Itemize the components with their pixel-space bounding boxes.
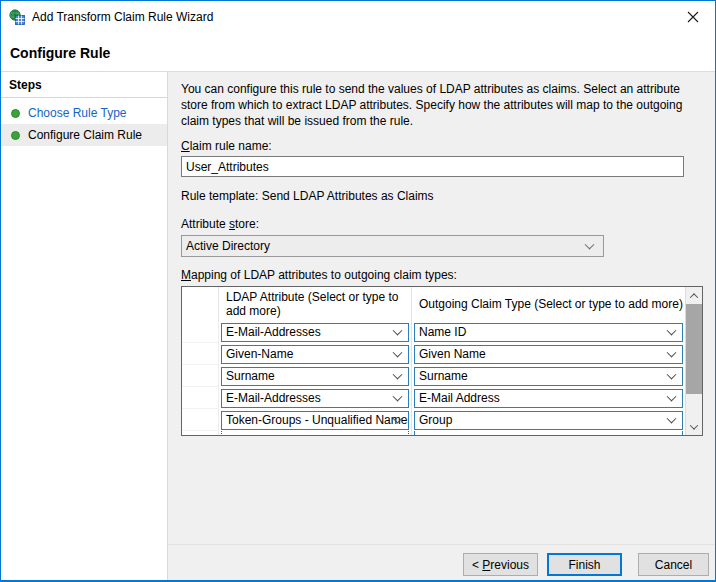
outgoing-claim-select-4[interactable]: E-Mail Address	[414, 389, 683, 408]
step-complete-icon	[11, 109, 20, 118]
attribute-store-label: Attribute store:	[181, 217, 715, 231]
row-selector[interactable]	[182, 365, 219, 387]
chevron-down-icon	[667, 348, 677, 358]
scroll-up-button[interactable]	[686, 287, 702, 304]
table-row: Surname Surname	[182, 365, 685, 387]
outgoing-claim-select-3[interactable]: Surname	[414, 367, 683, 386]
row-selector[interactable]	[182, 431, 219, 435]
titlebar: Add Transform Claim Rule Wizard	[1, 1, 715, 32]
row-selector-header	[182, 287, 219, 321]
ldap-attribute-select-3[interactable]: Surname	[221, 367, 409, 386]
chevron-down-icon	[667, 392, 677, 402]
row-selector[interactable]	[182, 321, 219, 343]
ldap-attribute-select-5[interactable]: Token-Groups - Unqualified Names	[221, 411, 409, 430]
outgoing-claim-column-header: Outgoing Claim Type (Select or type to a…	[412, 287, 685, 321]
ldap-attribute-column-header: LDAP Attribute (Select or type to add mo…	[219, 287, 412, 321]
mapping-table-header: LDAP Attribute (Select or type to add mo…	[182, 287, 685, 321]
ldap-attribute-select-4[interactable]: E-Mail-Addresses	[221, 389, 409, 408]
wizard-window: Add Transform Claim Rule Wizard Configur…	[0, 0, 716, 582]
mapping-table: LDAP Attribute (Select or type to add mo…	[181, 286, 703, 436]
window-title: Add Transform Claim Rule Wizard	[32, 10, 213, 24]
chevron-down-icon	[585, 240, 595, 250]
step-complete-icon	[11, 131, 20, 140]
adfs-wizard-icon	[9, 9, 25, 25]
footer-separator	[168, 544, 715, 545]
rule-description: You can configure this rule to send the …	[181, 81, 701, 129]
table-row: Token-Groups - Unqualified Names Group	[182, 409, 685, 431]
mapping-label: Mapping of LDAP attributes to outgoing c…	[181, 268, 715, 282]
table-row-partial	[182, 431, 685, 435]
table-row: E-Mail-Addresses Name ID	[182, 321, 685, 343]
table-row: E-Mail-Addresses E-Mail Address	[182, 387, 685, 409]
finish-button[interactable]: Finish	[547, 553, 622, 576]
chevron-up-icon	[690, 293, 698, 301]
attribute-store-select[interactable]: Active Directory	[181, 235, 604, 257]
row-selector[interactable]	[182, 387, 219, 409]
row-selector[interactable]	[182, 409, 219, 431]
table-row: Given-Name Given Name	[182, 343, 685, 365]
cancel-button[interactable]: Cancel	[638, 553, 709, 576]
claim-rule-name-input[interactable]	[181, 156, 684, 177]
steps-title: Steps	[1, 72, 167, 97]
chevron-down-icon	[393, 392, 403, 402]
outgoing-claim-select-5[interactable]: Group	[414, 411, 683, 430]
heading-band: Configure Rule	[1, 32, 715, 71]
chevron-down-icon	[393, 348, 403, 358]
chevron-down-icon	[690, 421, 698, 429]
mapping-table-grid: LDAP Attribute (Select or type to add mo…	[182, 287, 685, 435]
outgoing-claim-select-2[interactable]: Given Name	[414, 345, 683, 364]
close-icon	[687, 11, 699, 23]
chevron-down-icon	[393, 326, 403, 336]
ldap-attribute-select-new[interactable]	[221, 431, 409, 435]
chevron-down-icon	[667, 370, 677, 380]
wizard-body: Steps Choose Rule Type Configure Claim R…	[1, 71, 715, 580]
previous-button[interactable]: < Previous	[463, 553, 538, 576]
steps-separator	[1, 97, 167, 98]
scrollbar-thumb[interactable]	[686, 304, 702, 394]
sidebar-item-choose-rule-type[interactable]: Choose Rule Type	[1, 102, 167, 124]
attribute-store-value: Active Directory	[186, 239, 270, 253]
outgoing-claim-select-new[interactable]	[414, 431, 683, 435]
close-button[interactable]	[670, 1, 715, 32]
step-label: Configure Claim Rule	[28, 128, 142, 142]
outgoing-claim-select-1[interactable]: Name ID	[414, 323, 683, 342]
ldap-attribute-select-2[interactable]: Given-Name	[221, 345, 409, 364]
rule-template-text: Rule template: Send LDAP Attributes as C…	[181, 189, 715, 203]
chevron-down-icon	[393, 370, 403, 380]
claim-rule-name-label: Claim rule name:	[181, 139, 715, 153]
steps-sidebar: Steps Choose Rule Type Configure Claim R…	[1, 72, 168, 580]
step-label: Choose Rule Type	[28, 106, 127, 120]
chevron-down-icon	[667, 414, 677, 424]
wizard-content: You can configure this rule to send the …	[168, 72, 715, 580]
sidebar-item-configure-claim-rule[interactable]: Configure Claim Rule	[1, 124, 167, 146]
ldap-attribute-select-1[interactable]: E-Mail-Addresses	[221, 323, 409, 342]
scrollbar-track[interactable]	[686, 304, 702, 418]
chevron-down-icon	[667, 326, 677, 336]
row-selector[interactable]	[182, 343, 219, 365]
scroll-down-button[interactable]	[686, 418, 702, 435]
page-title: Configure Rule	[10, 45, 715, 61]
table-scrollbar	[685, 287, 702, 435]
